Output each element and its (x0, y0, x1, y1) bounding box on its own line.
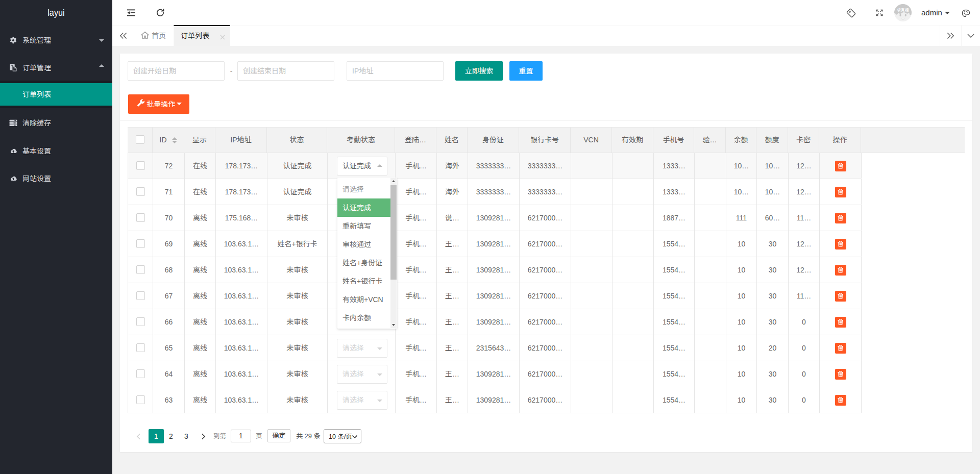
svg-text:求真相: 求真相 (897, 8, 909, 12)
